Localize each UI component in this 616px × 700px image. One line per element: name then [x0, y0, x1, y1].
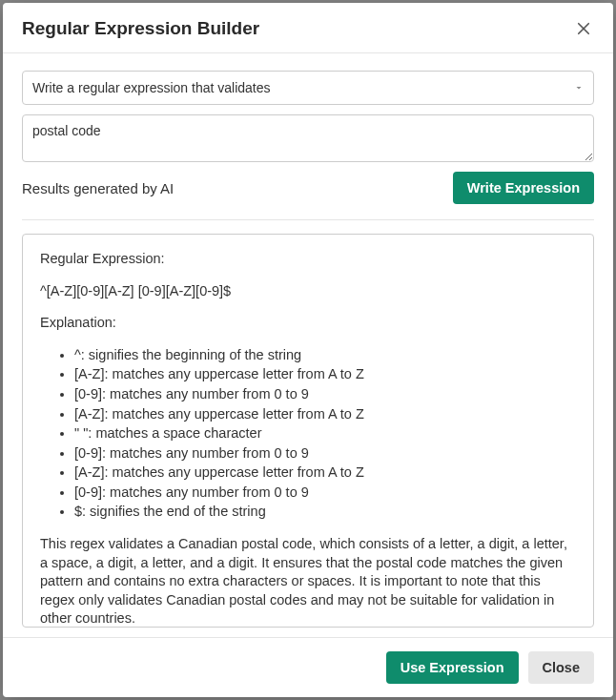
list-item: [0-9]: matches any number from 0 to 9 [74, 385, 576, 404]
regex-value: ^[A-Z][0-9][A-Z] [0-9][A-Z][0-9]$ [40, 282, 576, 301]
status-text: Results generated by AI [22, 180, 174, 196]
close-button[interactable]: Close [528, 651, 595, 684]
use-expression-button[interactable]: Use Expression [386, 651, 519, 684]
regex-heading: Regular Expression: [40, 250, 576, 269]
modal-body: Write a regular expression that validate… [3, 53, 613, 637]
status-row: Results generated by AI Write Expression [22, 172, 594, 204]
prompt-textarea[interactable]: postal code [22, 114, 594, 162]
list-item: [0-9]: matches any number from 0 to 9 [74, 484, 576, 503]
modal-title: Regular Expression Builder [22, 18, 259, 39]
explanation-heading: Explanation: [40, 314, 576, 333]
divider [22, 219, 594, 220]
close-icon[interactable] [573, 18, 594, 39]
regex-builder-modal: Regular Expression Builder Write a regul… [3, 3, 613, 697]
results-panel[interactable]: Regular Expression: ^[A-Z][0-9][A-Z] [0-… [22, 234, 594, 628]
select-value: Write a regular expression that validate… [32, 79, 271, 96]
list-item: $: signifies the end of the string [74, 503, 576, 522]
list-item: " ": matches a space character [74, 424, 576, 443]
list-item: ^: signifies the beginning of the string [74, 346, 576, 365]
list-item: [A-Z]: matches any uppercase letter from… [74, 405, 576, 424]
explanation-list: ^: signifies the beginning of the string… [40, 346, 576, 522]
list-item: [0-9]: matches any number from 0 to 9 [74, 444, 576, 463]
modal-footer: Use Expression Close [3, 637, 613, 697]
write-expression-button[interactable]: Write Expression [453, 172, 594, 204]
prompt-type-select[interactable]: Write a regular expression that validate… [22, 71, 594, 105]
list-item: [A-Z]: matches any uppercase letter from… [74, 365, 576, 384]
explanation-summary: This regex validates a Canadian postal c… [40, 535, 576, 628]
modal-header: Regular Expression Builder [3, 3, 613, 53]
list-item: [A-Z]: matches any uppercase letter from… [74, 463, 576, 483]
